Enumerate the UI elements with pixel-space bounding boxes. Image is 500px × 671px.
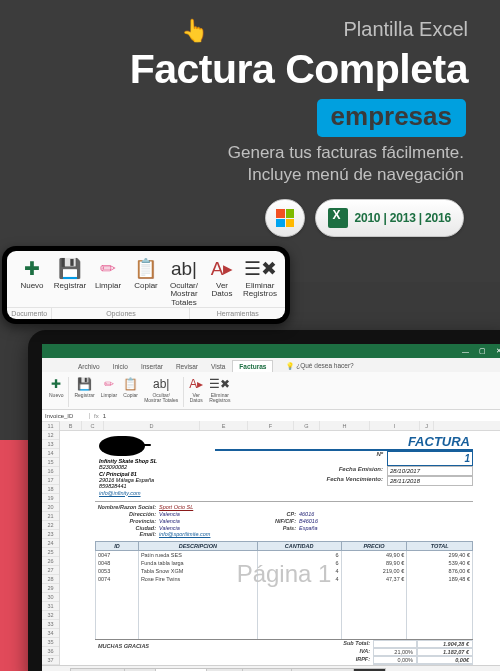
toolbar-eliminar[interactable]: ☰✖EliminarRegistros (241, 256, 279, 299)
toolbar-nuevo[interactable]: ✚Nuevo (13, 256, 51, 290)
row-header[interactable]: 25 (42, 548, 59, 557)
toolbar-group: Opciones (51, 308, 190, 319)
row-header[interactable]: 19 (42, 494, 59, 503)
row-header[interactable]: 14 (42, 449, 59, 458)
items-col: CANTIDAD (257, 542, 341, 551)
close-icon[interactable]: ✕ (496, 347, 500, 355)
toolbar-label: Registrar (51, 282, 89, 290)
toolbar-label: VerDatos (203, 282, 241, 299)
tell-me[interactable]: 💡 ¿Qué desea hacer? (280, 360, 359, 372)
row-header[interactable]: 22 (42, 521, 59, 530)
page-title: Factura Completa (130, 46, 468, 93)
toolbar-icon: ab| (165, 256, 203, 282)
row-header[interactable]: 16 (42, 467, 59, 476)
ribbon-btn-2[interactable]: ✏Limpiar (98, 375, 120, 409)
ribbon-tab-facturas[interactable]: Facturas (232, 360, 273, 372)
client-block: Nombre/Razon Social:Sport Ocio SL Direcc… (95, 501, 473, 538)
ribbon-btn-4[interactable]: ab|Ocultar/Mostrar Totales (141, 375, 181, 409)
name-box[interactable]: Invoice_ID (42, 413, 90, 419)
row-header[interactable]: 11 (42, 422, 59, 431)
ribbon-popout: ✚Nuevo💾Registrar✏Limpiar📋Copiarab|Oculta… (2, 246, 290, 324)
table-row[interactable]: 0074Rose Fire Twins447,37 €189,48 € (96, 575, 473, 583)
toolbar-copiar[interactable]: 📋Copiar (127, 256, 165, 290)
table-row[interactable]: 0048Funda tabla larga689,90 €539,40 € (96, 559, 473, 567)
issue-date[interactable]: 28/10/2017 (387, 466, 473, 476)
toolbar-ocultar[interactable]: ab|Ocultar/Mostrar Totales (165, 256, 203, 307)
toolbar-icon: 💾 (51, 256, 89, 282)
row-header[interactable]: 12 (42, 431, 59, 440)
totals: Sub Total:1.904,28 € IVA:21,00%1.182,07 … (255, 640, 473, 665)
excel-window: — ▢ ✕ ArchivoInicioInsertarRevisarVistaF… (42, 344, 500, 671)
toolbar-label: Ocultar/Mostrar Totales (165, 282, 203, 307)
ribbon-btn-1[interactable]: 💾Registrar (71, 375, 97, 409)
items-col: DESCRIPCION (138, 542, 257, 551)
table-row (96, 604, 473, 611)
table-row[interactable]: 0047Patín rueda SES649,90 €299,40 € (96, 551, 473, 560)
excel-versions-badge: 2010 | 2013 | 2016 (315, 199, 464, 237)
row-header[interactable]: 35 (42, 638, 59, 647)
row-header[interactable]: 24 (42, 539, 59, 548)
toolbar-icon: ✏ (89, 256, 127, 282)
row-header[interactable]: 28 (42, 575, 59, 584)
excel-versions: 2010 | 2013 | 2016 (354, 211, 451, 225)
row-header[interactable]: 30 (42, 593, 59, 602)
row-header[interactable]: 34 (42, 629, 59, 638)
items-col: PRECIO (341, 542, 407, 551)
row-header[interactable]: 26 (42, 557, 59, 566)
tag-pill: empresas (317, 99, 466, 137)
row-header[interactable]: 31 (42, 602, 59, 611)
formula-input[interactable]: 1 (103, 413, 106, 419)
items-col: ID (96, 542, 139, 551)
toolbar-label: EliminarRegistros (241, 282, 279, 299)
toolbar-limpiar[interactable]: ✏Limpiar (89, 256, 127, 290)
ribbon-btn-5[interactable]: A▸VerDatos (186, 375, 206, 409)
row-header[interactable]: 21 (42, 512, 59, 521)
invoice-title: FACTURA (215, 434, 473, 451)
ribbon-btn-0[interactable]: ✚Nuevo (46, 375, 66, 409)
table-row (96, 632, 473, 639)
row-header[interactable]: 13 (42, 440, 59, 449)
row-header[interactable]: 27 (42, 566, 59, 575)
row-header[interactable]: 18 (42, 485, 59, 494)
windows-badge (265, 199, 305, 237)
maximize-icon[interactable]: ▢ (479, 347, 486, 355)
items-col: TOTAL (407, 542, 473, 551)
company-block: Infinity Skate Shop SL B23090082 C/ Prin… (99, 458, 211, 496)
row-headers: 1112131415161718192021222324252627282930… (42, 422, 60, 665)
excel-titlebar: — ▢ ✕ (42, 344, 500, 358)
table-row (96, 583, 473, 590)
minimize-icon[interactable]: — (462, 348, 469, 355)
fx-icon[interactable]: fx (90, 413, 103, 419)
laptop-mockup: — ▢ ✕ ArchivoInicioInsertarRevisarVistaF… (28, 330, 500, 671)
toolbar-label: Copiar (127, 282, 165, 290)
toolbar-icon: A▸ (203, 256, 241, 282)
toolbar-icon: ✚ (13, 256, 51, 282)
row-header[interactable]: 23 (42, 530, 59, 539)
row-header[interactable]: 20 (42, 503, 59, 512)
ribbon-btn-3[interactable]: 📋Copiar (120, 375, 141, 409)
toolbar-group: Documento (7, 308, 51, 319)
toolbar-registrar[interactable]: 💾Registrar (51, 256, 89, 290)
invoice-number[interactable]: 1 (387, 451, 473, 466)
ribbon-tab-vista[interactable]: Vista (205, 361, 231, 372)
company-logo (99, 436, 145, 456)
ribbon-tab-archivo[interactable]: Archivo (72, 361, 106, 372)
row-header[interactable]: 32 (42, 611, 59, 620)
ribbon-tab-insertar[interactable]: Insertar (135, 361, 169, 372)
row-header[interactable]: 29 (42, 584, 59, 593)
table-row[interactable]: 0053Tabla Snow XGM4219,00 €876,00 € (96, 567, 473, 575)
due-date[interactable]: 28/11/2018 (387, 476, 473, 486)
hand-tap-icon: 👆 (181, 20, 208, 42)
toolbar-ver[interactable]: A▸VerDatos (203, 256, 241, 299)
ribbon-btn-6[interactable]: ☰✖EliminarRegistros (206, 375, 233, 409)
row-header[interactable]: 33 (42, 620, 59, 629)
excel-ribbon: ✚Nuevo💾Registrar✏Limpiar📋Copiarab|Oculta… (42, 372, 500, 410)
toolbar-group: Herramientas (190, 308, 285, 319)
table-row (96, 590, 473, 597)
row-header[interactable]: 37 (42, 656, 59, 665)
ribbon-tab-inicio[interactable]: Inicio (107, 361, 134, 372)
row-header[interactable]: 15 (42, 458, 59, 467)
row-header[interactable]: 17 (42, 476, 59, 485)
ribbon-tab-revisar[interactable]: Revisar (170, 361, 204, 372)
row-header[interactable]: 36 (42, 647, 59, 656)
